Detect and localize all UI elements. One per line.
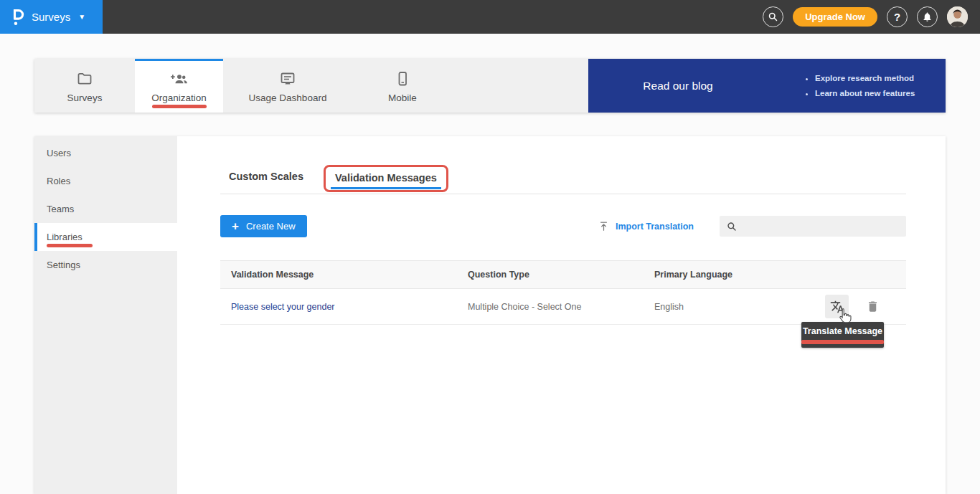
plus-icon: + [232, 220, 239, 232]
user-avatar[interactable] [947, 6, 968, 27]
sidebar-item-libraries[interactable]: Libraries [34, 223, 177, 251]
mobile-icon [394, 70, 411, 87]
banner-bullet: Learn about new features [815, 86, 915, 101]
validation-message-link[interactable]: Please select your gender [231, 302, 335, 312]
trash-icon [866, 300, 880, 313]
import-translation-label: Import Translation [616, 222, 694, 232]
sidebar-item-roles[interactable]: Roles [34, 167, 177, 195]
sidebar-item-settings[interactable]: Settings [34, 251, 177, 279]
annotation-underline-organization [152, 105, 207, 108]
annotation-underline-tooltip [801, 340, 884, 344]
validation-messages-table: Validation Message Question Type Primary… [220, 260, 906, 325]
header-primary-language: Primary Language [654, 270, 906, 280]
tab-custom-scales[interactable]: Custom Scales [229, 171, 303, 192]
question-type-cell: Multiple Choice - Select One [468, 302, 654, 312]
nav-tab-label: Usage Dashboard [249, 92, 327, 103]
section-nav: Surveys Organization Usage Dashboard Mob… [34, 59, 946, 113]
import-translation-link[interactable]: Import Translation [598, 221, 694, 232]
upload-icon [598, 221, 609, 232]
search-button[interactable] [763, 6, 783, 27]
library-tabs: Custom Scales Validation Messages [229, 162, 946, 192]
app-logo-menu[interactable]: Surveys ▼ [0, 0, 103, 34]
search-icon [727, 222, 737, 232]
row-actions [825, 295, 885, 318]
blog-banner[interactable]: Read our blog Explore research method Le… [588, 59, 946, 113]
delete-button[interactable] [861, 295, 885, 318]
group-add-icon [170, 70, 188, 87]
help-button[interactable]: ? [887, 6, 908, 27]
sidebar-item-users[interactable]: Users [34, 139, 177, 167]
chevron-down-icon: ▼ [78, 13, 85, 21]
tabs-divider [220, 194, 906, 194]
notifications-button[interactable] [917, 6, 938, 27]
question-mark-icon: ? [894, 11, 900, 23]
folder-icon [76, 70, 93, 87]
dashboard-icon [279, 70, 296, 87]
libraries-content: Custom Scales Validation Messages + Crea… [177, 136, 946, 494]
header-validation-message: Validation Message [220, 270, 468, 280]
banner-title[interactable]: Read our blog [588, 80, 768, 92]
main-card: Users Roles Teams Libraries Settings Cus… [34, 136, 946, 494]
tab-label: Validation Messages [335, 172, 437, 184]
nav-tab-mobile[interactable]: Mobile [352, 59, 453, 113]
table-search-field[interactable] [720, 216, 906, 237]
topbar-actions: Upgrade Now ? [763, 0, 980, 34]
search-icon [768, 11, 778, 22]
cursor-pointer-icon [837, 308, 852, 327]
nav-tab-usage-dashboard[interactable]: Usage Dashboard [223, 59, 352, 113]
table-header-row: Validation Message Question Type Primary… [220, 260, 906, 289]
banner-bullet-list: Explore research method Learn about new … [804, 71, 915, 101]
nav-tab-label: Surveys [67, 92, 103, 103]
search-input[interactable] [743, 222, 899, 232]
sidebar-item-label: Teams [47, 204, 74, 214]
sidebar-item-label: Settings [47, 260, 80, 270]
bell-icon [922, 11, 933, 22]
sidebar-item-teams[interactable]: Teams [34, 195, 177, 223]
create-new-button[interactable]: + Create New [220, 215, 307, 237]
upgrade-now-button[interactable]: Upgrade Now [793, 7, 877, 27]
nav-tab-organization[interactable]: Organization [135, 59, 223, 113]
annotation-underline-libraries [47, 244, 93, 247]
create-new-label: Create New [246, 221, 296, 232]
tooltip-label: Translate Message [803, 326, 882, 336]
sidebar-item-label: Roles [47, 176, 70, 186]
banner-bullet: Explore research method [815, 71, 915, 86]
nav-tab-surveys[interactable]: Surveys [34, 59, 135, 113]
sidebar-item-label: Libraries [47, 232, 83, 242]
questionpro-logo-icon [11, 8, 25, 27]
header-question-type: Question Type [468, 270, 654, 280]
settings-sidebar: Users Roles Teams Libraries Settings [34, 136, 177, 494]
product-switcher-label: Surveys [32, 11, 70, 23]
tab-validation-messages[interactable]: Validation Messages [324, 165, 448, 192]
table-row: Please select your gender Multiple Choic… [220, 289, 906, 325]
toolbar: + Create New Import Translation [220, 215, 906, 237]
sidebar-item-label: Users [47, 148, 71, 158]
top-bar: Surveys ▼ Upgrade Now ? [0, 0, 980, 34]
nav-tab-label: Organization [151, 92, 207, 103]
nav-tab-label: Mobile [388, 92, 417, 103]
